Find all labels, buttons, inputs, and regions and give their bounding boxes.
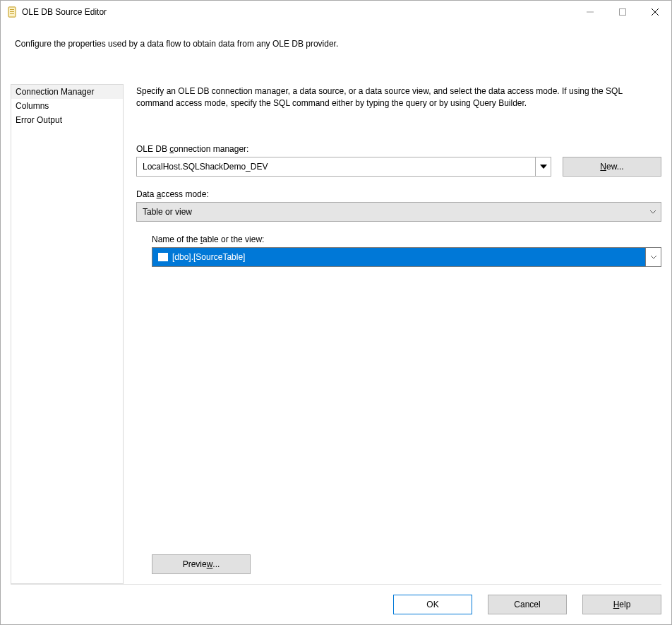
- ok-button[interactable]: OK: [393, 595, 472, 614]
- titlebar: OLE DB Source Editor: [1, 1, 671, 23]
- help-button[interactable]: Help: [582, 595, 661, 614]
- chevron-down-icon[interactable]: [645, 203, 661, 221]
- data-access-mode-label: Data access mode:: [136, 189, 661, 199]
- new-connection-button[interactable]: New...: [563, 157, 661, 177]
- sidebar-item-columns[interactable]: Columns: [11, 99, 123, 113]
- svg-rect-10: [159, 253, 168, 261]
- right-panel: Specify an OLE DB connection manager, a …: [124, 84, 661, 584]
- cancel-button[interactable]: Cancel: [488, 595, 567, 614]
- dialog-description: Configure the properties used by a data …: [11, 23, 661, 54]
- connection-manager-dropdown[interactable]: LocalHost.SQLShackDemo_DEV: [136, 157, 551, 177]
- sidebar-item-connection-manager[interactable]: Connection Manager: [11, 85, 123, 99]
- dialog-body: Configure the properties used by a data …: [1, 23, 671, 624]
- chevron-down-icon[interactable]: [535, 157, 551, 176]
- app-icon: [6, 6, 18, 18]
- bottom-bar: OK Cancel Help: [11, 584, 661, 614]
- data-access-mode-dropdown[interactable]: Table or view: [136, 202, 661, 222]
- chevron-down-icon[interactable]: [645, 248, 661, 266]
- sidebar-item-error-output[interactable]: Error Output: [11, 113, 123, 127]
- sidebar: Connection Manager Columns Error Output: [11, 84, 124, 584]
- connection-manager-value: LocalHost.SQLShackDemo_DEV: [137, 157, 535, 176]
- window-title: OLE DB Source Editor: [22, 7, 107, 17]
- panel-instructions: Specify an OLE DB connection manager, a …: [136, 85, 661, 110]
- table-name-value: [dbo].[SourceTable]: [152, 248, 645, 266]
- table-icon: [158, 253, 168, 261]
- connection-manager-label: OLE DB connection manager:: [136, 144, 661, 154]
- svg-rect-3: [10, 11, 14, 12]
- preview-button[interactable]: Preview...: [152, 554, 251, 574]
- maximize-button[interactable]: [606, 1, 639, 23]
- main-row: Connection Manager Columns Error Output …: [11, 84, 661, 584]
- svg-rect-4: [10, 13, 14, 14]
- data-access-mode-value: Table or view: [137, 203, 645, 221]
- svg-marker-9: [540, 165, 547, 169]
- close-button[interactable]: [639, 1, 671, 23]
- table-name-label: Name of the table or the view:: [152, 234, 661, 244]
- ole-db-source-editor-window: OLE DB Source Editor Configure the prope…: [0, 0, 672, 625]
- svg-rect-2: [10, 9, 14, 10]
- svg-rect-6: [620, 9, 626, 16]
- table-name-dropdown[interactable]: [dbo].[SourceTable]: [152, 247, 661, 267]
- minimize-button[interactable]: [574, 1, 606, 23]
